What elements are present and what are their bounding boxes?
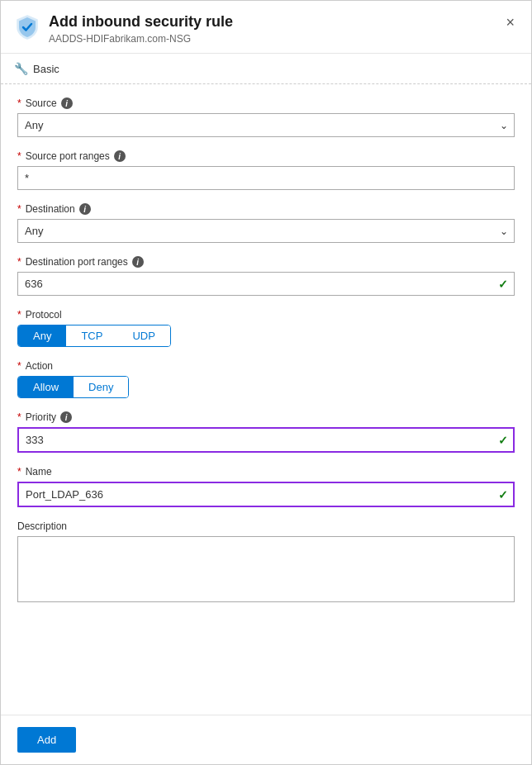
destination-label: * Destination i	[17, 203, 515, 215]
priority-required-star: *	[17, 411, 21, 423]
priority-input[interactable]	[17, 427, 515, 453]
source-required-star: *	[17, 97, 21, 109]
description-label: Description	[17, 520, 515, 532]
dialog-footer: Add	[1, 715, 531, 764]
action-required-star: *	[17, 360, 21, 372]
priority-check-icon: ✓	[498, 434, 508, 447]
source-select-wrapper: Any IP Addresses Service Tag Application…	[17, 113, 515, 137]
close-button[interactable]: ×	[502, 12, 518, 33]
description-group: Description	[17, 520, 515, 605]
priority-group: * Priority i ✓	[17, 411, 515, 453]
description-textarea[interactable]	[17, 536, 515, 602]
name-check-icon: ✓	[498, 488, 508, 501]
action-group: * Action Allow Deny	[17, 360, 515, 398]
source-port-ranges-group: * Source port ranges i	[17, 150, 515, 190]
add-inbound-rule-dialog: Add inbound security rule AADDS-HDIFabri…	[0, 0, 532, 765]
action-deny-button[interactable]: Deny	[74, 377, 128, 397]
add-button[interactable]: Add	[17, 727, 76, 753]
priority-input-wrapper: ✓	[17, 427, 515, 453]
destination-port-ranges-input[interactable]	[17, 272, 515, 296]
source-port-required-star: *	[17, 150, 21, 162]
destination-port-required-star: *	[17, 256, 21, 268]
dialog-header: Add inbound security rule AADDS-HDIFabri…	[1, 1, 531, 54]
destination-group: * Destination i Any IP Addresses Service…	[17, 203, 515, 243]
name-input-wrapper: ✓	[17, 482, 515, 507]
protocol-group: * Protocol Any TCP UDP	[17, 309, 515, 347]
source-port-ranges-input[interactable]	[17, 166, 515, 190]
priority-label: * Priority i	[17, 411, 515, 423]
priority-info-icon[interactable]: i	[60, 411, 72, 423]
name-input[interactable]	[17, 482, 515, 507]
destination-select-wrapper: Any IP Addresses Service Tag Application…	[17, 219, 515, 243]
dialog-body: * Source i Any IP Addresses Service Tag …	[1, 84, 531, 715]
destination-port-input-wrapper: ✓	[17, 272, 515, 296]
action-allow-button[interactable]: Allow	[18, 377, 74, 397]
source-info-icon[interactable]: i	[61, 97, 73, 109]
wrench-icon: 🔧	[14, 62, 28, 75]
protocol-any-button[interactable]: Any	[18, 325, 66, 346]
protocol-required-star: *	[17, 309, 21, 321]
source-group: * Source i Any IP Addresses Service Tag …	[17, 97, 515, 137]
destination-port-info-icon[interactable]: i	[132, 256, 144, 268]
source-select[interactable]: Any IP Addresses Service Tag Application…	[17, 113, 515, 137]
destination-info-icon[interactable]: i	[79, 203, 91, 215]
action-label: * Action	[17, 360, 515, 372]
protocol-udp-button[interactable]: UDP	[117, 325, 169, 346]
protocol-label: * Protocol	[17, 309, 515, 321]
source-port-info-icon[interactable]: i	[114, 150, 126, 162]
protocol-tcp-button[interactable]: TCP	[66, 325, 117, 346]
destination-select[interactable]: Any IP Addresses Service Tag Application…	[17, 219, 515, 243]
name-group: * Name ✓	[17, 466, 515, 507]
section-tab: 🔧 Basic	[1, 54, 531, 84]
dialog-subtitle: AADDS-HDIFabrikam.com-NSG	[49, 33, 496, 45]
header-text: Add inbound security rule AADDS-HDIFabri…	[49, 12, 496, 45]
action-toggle-group: Allow Deny	[17, 376, 129, 398]
protocol-toggle-group: Any TCP UDP	[17, 325, 171, 347]
destination-port-check-icon: ✓	[498, 278, 508, 291]
shield-icon	[14, 14, 40, 40]
destination-required-star: *	[17, 203, 21, 215]
name-label: * Name	[17, 466, 515, 478]
destination-port-ranges-label: * Destination port ranges i	[17, 256, 515, 268]
name-required-star: *	[17, 466, 21, 478]
source-label: * Source i	[17, 97, 515, 109]
destination-port-ranges-group: * Destination port ranges i ✓	[17, 256, 515, 296]
section-tab-label: Basic	[33, 63, 59, 75]
source-port-ranges-label: * Source port ranges i	[17, 150, 515, 162]
dialog-title: Add inbound security rule	[49, 12, 496, 31]
